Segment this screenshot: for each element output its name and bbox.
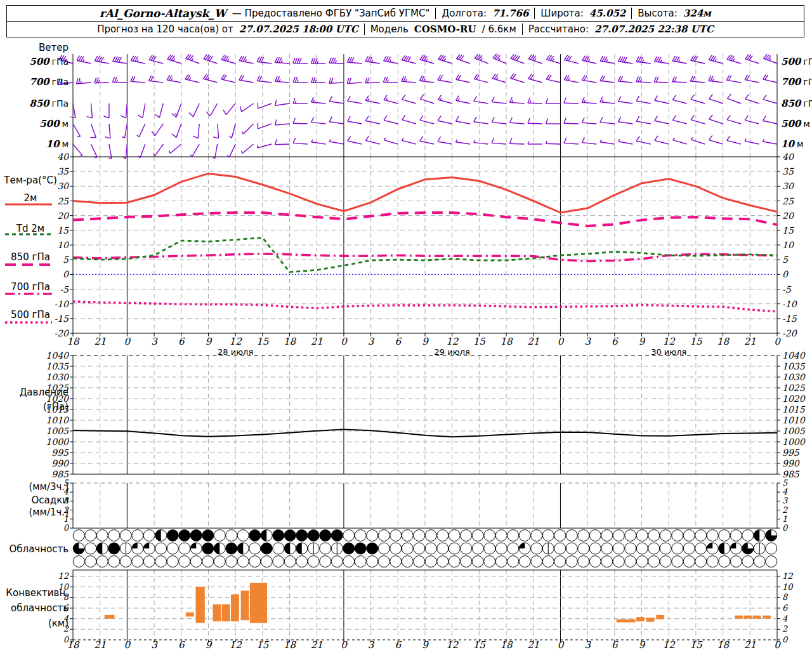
wind-barb-feather bbox=[87, 117, 93, 118]
cloud-symbol bbox=[636, 530, 648, 541]
wind-barb-feather bbox=[121, 116, 126, 118]
wind-barb-feather bbox=[546, 98, 547, 103]
time-tick-label: 6 bbox=[395, 336, 402, 347]
time-tick-label-bottom: 6 bbox=[395, 639, 402, 650]
time-tick-label-bottom: 0 bbox=[558, 639, 565, 650]
wind-barb bbox=[672, 120, 686, 124]
wind-level-500m-left: 500м bbox=[0, 118, 69, 129]
precip-ytick-right: 4 bbox=[782, 487, 788, 496]
temp-ytick-left: 20 bbox=[57, 211, 69, 221]
time-tick-label: 21 bbox=[527, 336, 539, 347]
cloud-symbol bbox=[531, 543, 542, 554]
cloud-symbol bbox=[508, 530, 519, 541]
wind-barb-feather bbox=[655, 116, 658, 121]
wind-level-500m-right: 500м bbox=[781, 118, 812, 129]
temp-ytick-left: 5 bbox=[63, 255, 69, 265]
cloud-symbol bbox=[648, 556, 660, 567]
wind-barb-feather bbox=[444, 59, 446, 62]
cloud-symbol bbox=[167, 556, 178, 567]
wind-barb-feather bbox=[438, 116, 441, 121]
time-tick-label: 21 bbox=[311, 336, 323, 347]
wind-barb bbox=[673, 140, 687, 144]
wind-barb-feather bbox=[241, 151, 242, 154]
cloud-symbol bbox=[425, 530, 436, 541]
cloud-symbol bbox=[672, 543, 683, 554]
time-tick-label-bottom: 21 bbox=[311, 639, 323, 650]
wind-barb-feather bbox=[80, 156, 82, 157]
wind-barb-feather bbox=[171, 78, 172, 81]
pressure-ytick-right: 1025 bbox=[782, 383, 806, 393]
wind-level-850hpa-left: 850гПа bbox=[0, 98, 69, 109]
cloud-symbol bbox=[261, 556, 272, 567]
cloud-symbol bbox=[320, 530, 331, 541]
cloud-symbol bbox=[461, 556, 472, 567]
wind-barb bbox=[564, 103, 579, 103]
cloud-symbol bbox=[155, 556, 167, 567]
conv-cloud-title-2: облачность bbox=[0, 602, 69, 614]
cloud-symbol bbox=[273, 556, 284, 567]
cloud-symbol bbox=[179, 556, 190, 567]
wind-barb-feather bbox=[636, 116, 639, 121]
wind-barb bbox=[691, 140, 705, 144]
cloud-symbol bbox=[695, 530, 707, 541]
time-tick-label: 0 bbox=[774, 336, 781, 347]
time-tick-label: 18 bbox=[284, 336, 297, 347]
wind-barb-feather bbox=[383, 77, 385, 82]
conv-cloud-bar bbox=[753, 616, 761, 619]
time-tick-label-bottom: 3 bbox=[151, 639, 158, 650]
wind-barb-feather bbox=[367, 77, 369, 83]
cloud-symbol bbox=[542, 556, 554, 567]
wind-barb bbox=[192, 144, 200, 157]
wind-barb-feather bbox=[606, 60, 608, 62]
temp-ytick-right: 10 bbox=[782, 240, 794, 250]
wind-barb bbox=[600, 123, 615, 124]
wind-barb-feather bbox=[313, 100, 315, 102]
wind-barb-feather bbox=[275, 100, 277, 105]
cloud-symbol bbox=[378, 556, 390, 567]
wind-barb-feather bbox=[492, 97, 494, 102]
conv-cloud-bar bbox=[763, 616, 771, 619]
wind-barb-feather bbox=[564, 98, 566, 103]
cloud-symbol bbox=[132, 556, 143, 567]
pressure-ytick-right: 1035 bbox=[782, 361, 806, 371]
wind-barb-feather bbox=[95, 77, 96, 83]
wind-barb-feather bbox=[619, 96, 621, 102]
wind-barb-feather bbox=[366, 136, 369, 140]
cloud-symbol bbox=[766, 556, 777, 567]
wind-barb bbox=[402, 100, 416, 103]
wind-barb-feather bbox=[474, 117, 476, 122]
cloud-symbol bbox=[484, 530, 495, 541]
cloud-symbol bbox=[648, 530, 660, 541]
wind-barb-feather bbox=[77, 136, 80, 137]
conv-ytick-right: 8 bbox=[782, 592, 789, 602]
wind-barb bbox=[242, 144, 254, 154]
time-tick-label-bottom: 21 bbox=[527, 639, 539, 650]
wind-barb-feather bbox=[673, 138, 675, 140]
cloud-symbol bbox=[531, 530, 542, 541]
conv-cloud-bar bbox=[222, 604, 230, 621]
cloud-symbol bbox=[320, 543, 331, 554]
wind-barb-feather bbox=[636, 136, 639, 142]
wind-barb bbox=[474, 143, 488, 144]
legend-label-2m: 2м bbox=[0, 192, 61, 204]
wind-barb bbox=[311, 142, 326, 144]
station-name: rAl_Gorno-Altaysk_W bbox=[100, 7, 226, 20]
conv-cloud-bar bbox=[105, 615, 115, 619]
wind-barb bbox=[275, 124, 290, 125]
wind-level-850hpa-right: 850гПа bbox=[781, 98, 812, 109]
cloud-panel-title: Облачность bbox=[0, 543, 69, 555]
altitude-label: Высота: bbox=[638, 8, 678, 19]
cloud-symbol bbox=[120, 530, 131, 541]
cloud-symbol bbox=[390, 556, 402, 567]
conv-ytick-right: 6 bbox=[782, 603, 789, 613]
cloud-symbol bbox=[249, 556, 261, 567]
cloud-symbol bbox=[378, 543, 390, 554]
wind-barb-feather bbox=[372, 60, 373, 62]
wind-barb bbox=[275, 144, 290, 145]
time-tick-label: 15 bbox=[473, 336, 487, 347]
cloud-symbol bbox=[449, 543, 460, 554]
wind-level-700hpa-left: 700гПа bbox=[0, 76, 69, 88]
wind-barb-feather bbox=[709, 115, 713, 119]
cloud-symbol bbox=[425, 543, 436, 554]
cloud-symbol bbox=[742, 556, 754, 567]
